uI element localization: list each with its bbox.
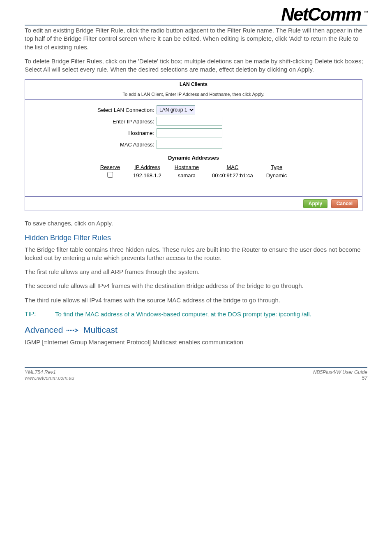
label-hostname: Hostname: [33,130,157,136]
cell-type: Dynamic [260,171,294,180]
logo-text: NetComm [281,4,361,24]
paragraph-rule1: The first rule allows any and all ARP fr… [25,268,367,276]
col-reserve: Reserve [94,163,127,171]
advanced-multicast-title: Advanced Multicast [25,325,367,335]
paragraph-save: To save changes, click on Apply. [25,219,367,227]
page-footer: YML754 Rev1 www.netcomm.com.au NB5Plus4/… [25,367,367,381]
dynamic-addresses-table: Reserve IP Address Hostname MAC Type 192… [94,163,294,180]
top-divider [25,25,367,26]
paragraph-delete-rule: To delete Bridge Filter Rules, click on … [25,57,367,74]
footer-guide: NB5Plus4/W User Guide [313,369,367,375]
footer-url: www.netcomm.com.au [25,375,74,381]
table-row: 192.168.1.2 samara 00:c0:9f:27:b1:ca Dyn… [94,171,294,180]
tip-text: To find the MAC address of a Windows-bas… [55,310,311,318]
select-lan-connection[interactable]: LAN group 1 [157,105,195,114]
cell-ip: 192.168.1.2 [127,171,168,180]
col-type: Type [260,163,294,171]
cell-hostname: samara [168,171,205,180]
tip-label: TIP: [25,310,44,318]
panel-title: LAN Clients [25,80,362,89]
logo-tm: ™ [363,9,367,15]
paragraph-rule2: The second rule allows all IPv4 frames w… [25,282,367,290]
panel-footer: Apply Cancel [25,196,362,211]
cancel-button[interactable]: Cancel [331,199,358,208]
svg-point-4 [73,330,74,331]
paragraph-rule3: The third rule allows all IPv4 frames wi… [25,296,367,304]
svg-point-6 [75,331,76,332]
svg-point-0 [67,330,68,331]
svg-point-2 [70,330,71,331]
advanced-suffix: Multicast [83,325,118,334]
svg-point-9 [77,330,78,331]
hostname-input[interactable] [157,128,222,137]
svg-point-8 [76,331,77,332]
brand-logo: NetComm™ [281,4,367,25]
table-header-row: Reserve IP Address Hostname MAC Type [94,163,294,171]
paragraph-edit-rule: To edit an existing Bridge Filter Rule, … [25,26,367,51]
col-ip: IP Address [127,163,168,171]
paragraph-hidden-intro: The Bridge filter table contains three h… [25,246,367,262]
label-select-connection: Select LAN Connection: [33,107,157,113]
svg-point-1 [68,330,69,331]
label-mac: MAC Address: [33,142,157,148]
footer-rev: YML754 Rev1 [25,369,56,375]
col-mac: MAC [205,163,260,171]
reserve-checkbox[interactable] [107,172,113,178]
paragraph-igmp: IGMP [=Internet Group Management Protoco… [25,338,367,346]
hidden-rules-title: Hidden Bridge Filter Rules [25,234,367,242]
dynamic-addresses-title: Dynamic Addresses [33,155,354,161]
col-hostname: Hostname [168,163,205,171]
mac-address-input[interactable] [157,140,222,149]
cell-mac: 00:c0:9f:27:b1:ca [205,171,260,180]
svg-point-5 [75,329,76,330]
dotted-arrow-icon [66,328,80,333]
advanced-prefix: Advanced [25,325,63,334]
lan-clients-panel: LAN Clients To add a LAN Client, Enter I… [25,79,362,211]
label-enter-ip: Enter IP Address: [33,118,157,125]
ip-address-input[interactable] [157,117,222,126]
footer-page-number: 57 [313,375,367,381]
panel-subtitle: To add a LAN Client, Enter IP Address an… [25,89,362,100]
svg-point-3 [71,330,73,331]
apply-button[interactable]: Apply [303,199,327,208]
tip-row: TIP: To find the MAC address of a Window… [25,310,367,318]
svg-point-7 [76,330,77,331]
